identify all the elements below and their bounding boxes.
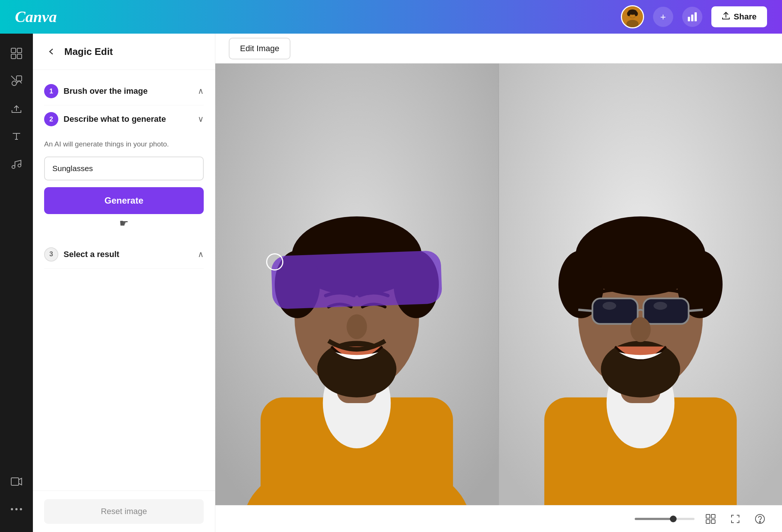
sidebar-item-templates[interactable]: [4, 41, 29, 66]
canvas-bottombar: [215, 505, 782, 532]
svg-rect-13: [17, 54, 22, 59]
share-label: Share: [734, 12, 757, 22]
steps-container: 1 Brush over the image ∧ 2 Describe what…: [33, 70, 215, 491]
svg-point-5: [627, 12, 630, 16]
svg-point-6: [634, 12, 638, 16]
icon-sidebar: [0, 34, 33, 532]
step2-label: Describe what to generate: [64, 114, 166, 124]
edit-image-tab[interactable]: Edit Image: [229, 38, 290, 59]
step3-left: 3 Select a result: [44, 247, 119, 262]
sidebar-item-video[interactable]: [4, 469, 29, 494]
svg-point-33: [347, 314, 367, 339]
canva-logo[interactable]: Canva: [15, 8, 57, 26]
zoom-slider-thumb: [670, 516, 677, 522]
svg-point-14: [12, 81, 16, 86]
sidebar-item-text[interactable]: [4, 124, 29, 149]
svg-rect-44: [643, 299, 689, 324]
zoom-slider-container: [635, 518, 695, 520]
canvas-area: Edit Image: [215, 34, 782, 532]
svg-rect-18: [11, 478, 19, 485]
svg-rect-51: [711, 514, 715, 518]
step2-section: 2 Describe what to generate ∨ An AI will…: [44, 105, 204, 237]
svg-point-17: [18, 164, 21, 167]
left-image-panel[interactable]: [215, 64, 498, 505]
step1-left: 1 Brush over the image: [44, 84, 148, 98]
generate-button[interactable]: Generate: [44, 187, 204, 214]
svg-rect-12: [11, 54, 16, 59]
panel-sidebar: Magic Edit 1 Brush over the image ∧ 2 De…: [33, 34, 215, 532]
step3-toggle[interactable]: ∧: [198, 250, 204, 259]
svg-point-55: [760, 521, 761, 522]
step2-row: 2 Describe what to generate ∨: [44, 105, 204, 133]
svg-rect-10: [11, 48, 16, 53]
sidebar-item-uploads[interactable]: [4, 96, 29, 121]
panel-footer: Reset image: [33, 491, 215, 532]
avatar[interactable]: [621, 5, 644, 28]
share-button[interactable]: Share: [711, 6, 767, 27]
step2-left: 2 Describe what to generate: [44, 112, 166, 126]
svg-line-45: [578, 310, 592, 311]
step3-label: Select a result: [64, 250, 119, 259]
svg-rect-8: [691, 15, 693, 21]
canvas-content[interactable]: [215, 64, 782, 505]
sidebar-item-more[interactable]: [4, 497, 29, 522]
svg-point-47: [603, 302, 616, 310]
svg-rect-50: [706, 514, 710, 518]
svg-rect-7: [688, 17, 690, 21]
svg-rect-11: [17, 48, 22, 53]
cursor-indicator: ☛: [44, 217, 204, 229]
help-button[interactable]: [751, 510, 769, 528]
navbar-right: + Share: [621, 5, 767, 28]
add-button[interactable]: +: [653, 7, 673, 27]
svg-point-16: [12, 166, 15, 168]
share-icon: [722, 12, 730, 22]
svg-point-21: [20, 508, 22, 510]
panel-header: Magic Edit: [33, 34, 215, 70]
step3-row: 3 Select a result ∧: [44, 241, 204, 269]
step1-row: 1 Brush over the image ∧: [44, 77, 204, 105]
step1-toggle[interactable]: ∧: [198, 86, 204, 96]
sidebar-item-audio[interactable]: [4, 152, 29, 176]
svg-point-2: [626, 20, 639, 28]
step2-number: 2: [44, 112, 58, 126]
grid-view-button[interactable]: [702, 510, 719, 528]
step2-description: An AI will generate things in your photo…: [44, 139, 204, 150]
describe-input[interactable]: [44, 157, 204, 180]
sidebar-item-elements[interactable]: [4, 69, 29, 93]
step1-number: 1: [44, 84, 58, 98]
svg-rect-43: [592, 299, 638, 324]
expand-button[interactable]: [727, 510, 744, 528]
svg-line-46: [689, 310, 703, 311]
step2-toggle[interactable]: ∨: [198, 114, 204, 124]
reset-button[interactable]: Reset image: [44, 499, 204, 524]
step1-label: Brush over the image: [64, 86, 148, 96]
svg-rect-52: [706, 520, 710, 523]
back-button[interactable]: [44, 44, 59, 59]
canvas-topbar: Edit Image: [215, 34, 782, 64]
svg-point-48: [653, 302, 667, 310]
step3-number: 3: [44, 247, 58, 262]
svg-point-19: [11, 508, 13, 510]
main-layout: Magic Edit 1 Brush over the image ∧ 2 De…: [0, 34, 782, 532]
brush-overlay: [271, 250, 443, 309]
right-image-panel[interactable]: [498, 64, 782, 505]
analytics-button[interactable]: [682, 7, 702, 27]
svg-rect-53: [711, 520, 715, 523]
zoom-slider[interactable]: [635, 518, 695, 520]
svg-point-49: [630, 317, 651, 342]
panel-title: Magic Edit: [64, 46, 113, 58]
navbar: Canva +: [0, 0, 782, 34]
step2-content: An AI will generate things in your photo…: [44, 133, 204, 237]
svg-rect-9: [695, 12, 697, 21]
images-container: [215, 64, 782, 505]
svg-point-20: [15, 508, 18, 510]
